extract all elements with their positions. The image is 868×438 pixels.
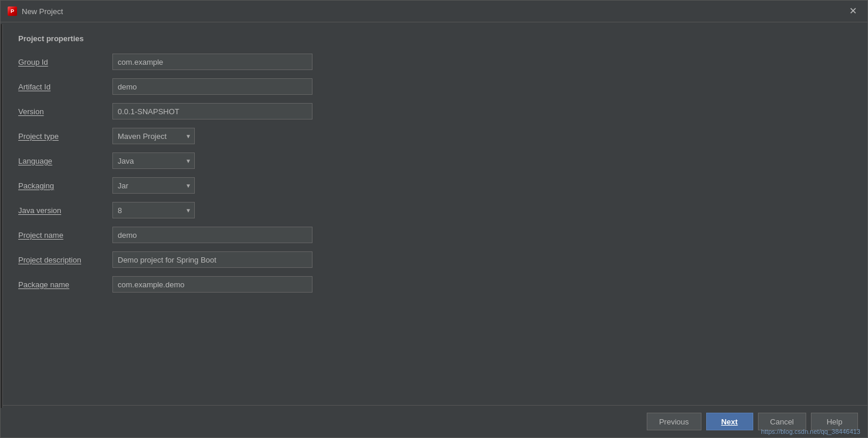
- version-input[interactable]: [112, 103, 312, 120]
- group-id-input[interactable]: [112, 54, 312, 70]
- artifact-id-row: Artifact Id: [18, 78, 850, 95]
- packaging-select-wrapper: Jar War ▼: [112, 177, 195, 194]
- java-version-select-wrapper: 8 11 17 21 ▼: [112, 202, 195, 218]
- project-name-input[interactable]: [112, 227, 312, 243]
- packaging-label-text: Packaging: [18, 181, 54, 190]
- dialog-body: Project properties Group Id Artifact Id …: [1, 22, 867, 405]
- package-name-row: Package name: [18, 276, 850, 293]
- project-type-row: Project type Maven Project Gradle Projec…: [18, 128, 850, 144]
- language-select[interactable]: Java Kotlin Groovy: [112, 152, 195, 169]
- package-name-input[interactable]: [112, 276, 312, 293]
- version-label-text: Version: [18, 107, 44, 116]
- artifact-id-input[interactable]: [112, 78, 312, 95]
- project-type-label-text: Project type: [18, 132, 59, 141]
- java-version-label-text: Java version: [18, 206, 61, 215]
- project-description-label: Project description: [18, 256, 112, 264]
- language-row: Language Java Kotlin Groovy ▼: [18, 152, 850, 169]
- language-label: Language: [18, 157, 112, 165]
- close-button[interactable]: ✕: [846, 5, 860, 17]
- artifact-id-label: Artifact Id: [18, 82, 112, 91]
- group-id-label: Group Id: [18, 58, 112, 67]
- dialog-footer: Previous Next Cancel Help: [1, 405, 867, 437]
- package-name-label-text: Package name: [18, 280, 69, 289]
- new-project-dialog: P New Project ✕ Project properties Group…: [0, 0, 868, 438]
- app-logo: P: [8, 6, 17, 16]
- project-description-row: Project description: [18, 251, 850, 268]
- packaging-row: Packaging Jar War ▼: [18, 177, 850, 194]
- project-name-row: Project name: [18, 227, 850, 243]
- packaging-label: Packaging: [18, 181, 112, 190]
- project-name-label: Project name: [18, 231, 112, 240]
- project-type-select-wrapper: Maven Project Gradle Project ▼: [112, 128, 195, 144]
- language-label-text: Language: [18, 157, 52, 165]
- group-id-label-text: Group Id: [18, 58, 48, 67]
- java-version-label: Java version: [18, 206, 112, 215]
- window-title: New Project: [22, 7, 63, 16]
- project-type-label: Project type: [18, 132, 112, 141]
- project-description-input[interactable]: [112, 251, 312, 268]
- packaging-select[interactable]: Jar War: [112, 177, 195, 194]
- java-version-select[interactable]: 8 11 17 21: [112, 202, 195, 218]
- previous-button[interactable]: Previous: [647, 413, 701, 430]
- title-bar: P New Project ✕: [1, 1, 867, 22]
- version-label: Version: [18, 107, 112, 116]
- project-description-label-text: Project description: [18, 256, 81, 264]
- artifact-id-label-text: Artifact Id: [18, 82, 51, 91]
- footer-url: https://blog.csdn.net/qq_38446413: [761, 428, 860, 435]
- group-id-row: Group Id: [18, 54, 850, 70]
- package-name-label: Package name: [18, 280, 112, 289]
- title-bar-left: P New Project: [8, 6, 63, 16]
- version-row: Version: [18, 103, 850, 120]
- language-select-wrapper: Java Kotlin Groovy ▼: [112, 152, 195, 169]
- java-version-row: Java version 8 11 17 21 ▼: [18, 202, 850, 218]
- project-type-select[interactable]: Maven Project Gradle Project: [112, 128, 195, 144]
- project-name-label-text: Project name: [18, 231, 64, 240]
- section-title: Project properties: [18, 34, 850, 43]
- next-button[interactable]: Next: [706, 413, 753, 430]
- left-edge-decoration: [1, 24, 3, 408]
